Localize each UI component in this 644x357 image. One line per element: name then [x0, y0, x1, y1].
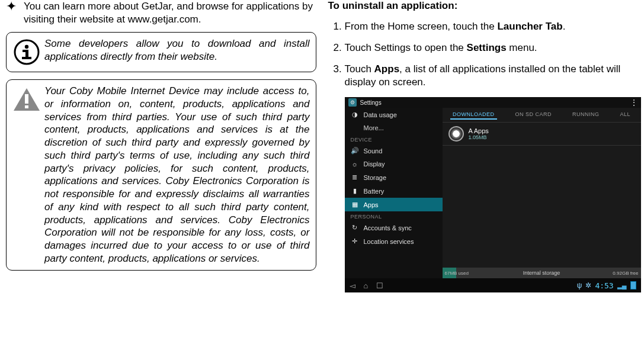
- sidebar-label: Location services: [364, 238, 414, 245]
- warning-box: Your Coby Mobile Internet Device may inc…: [6, 79, 316, 271]
- sidebar-item-data-usage[interactable]: ◑ Data usage: [345, 108, 443, 121]
- data-usage-icon: ◑: [351, 111, 359, 118]
- app-name: A Apps: [469, 128, 489, 134]
- section-heading: To uninstall an application:: [328, 0, 639, 12]
- sound-icon: 🔊: [351, 147, 359, 155]
- bullet-glyph: ✦: [6, 0, 24, 26]
- sidebar-section-personal: PERSONAL: [345, 211, 443, 221]
- sidebar-item-storage[interactable]: ≣ Storage: [345, 171, 443, 184]
- battery-icon: ▮: [351, 187, 359, 195]
- display-icon: ☼: [351, 160, 359, 168]
- sidebar-item-accounts[interactable]: ↻ Accounts & sync: [345, 221, 443, 234]
- sidebar-label: Sound: [364, 147, 383, 155]
- storage-used: 67MB used: [445, 271, 469, 276]
- bullet-text: You can learn more about GetJar, and bro…: [24, 0, 316, 26]
- sidebar-label: Data usage: [364, 111, 397, 118]
- sidebar-item-sound[interactable]: 🔊 Sound: [345, 144, 443, 157]
- sidebar-item-location[interactable]: ✛ Location services: [345, 234, 443, 248]
- storage-free: 0.92GB free: [613, 271, 638, 276]
- tab-downloaded[interactable]: DOWNLOADED: [450, 110, 497, 120]
- storage-bar: 67MB used Internal storage 0.92GB free: [443, 268, 641, 278]
- battery-status-icon: [630, 281, 636, 290]
- location-icon: ✛: [351, 237, 359, 245]
- settings-sidebar: ◑ Data usage More... DEVICE 🔊 Sound ☼ Di…: [345, 108, 443, 278]
- sidebar-label: Battery: [364, 188, 385, 195]
- app-size: 1.05MB: [469, 134, 489, 140]
- step-1-post: .: [563, 21, 566, 32]
- overflow-menu-icon[interactable]: ⋮: [630, 99, 637, 105]
- sidebar-label: Accounts & sync: [364, 224, 412, 231]
- step-1: From the Home screen, touch the Launcher…: [345, 20, 639, 33]
- debug-icon: ✲: [585, 281, 591, 290]
- svg-rect-4: [22, 57, 31, 59]
- sidebar-item-more[interactable]: More...: [345, 121, 443, 134]
- svg-rect-7: [25, 105, 28, 108]
- steps-list: From the Home screen, touch the Launcher…: [328, 20, 639, 89]
- sidebar-item-apps[interactable]: ▦ Apps: [345, 198, 443, 211]
- step-3-bold: Apps: [374, 63, 400, 75]
- step-2-pre: Touch Settings to open the: [345, 42, 467, 53]
- note-text: Some developers allow you to download an…: [44, 37, 310, 63]
- wifi-icon: ▂▄: [617, 282, 627, 290]
- window-title: Settings: [360, 99, 382, 106]
- tab-running[interactable]: RUNNING: [570, 110, 602, 120]
- sidebar-item-display[interactable]: ☼ Display: [345, 157, 443, 171]
- step-3: Touch Apps, a list of all applications i…: [345, 63, 639, 89]
- recent-icon[interactable]: ☐: [376, 281, 383, 290]
- step-3-pre: Touch: [345, 63, 374, 75]
- svg-point-1: [25, 45, 28, 49]
- step-2-bold: Settings: [467, 42, 507, 53]
- step-2-post: menu.: [507, 42, 537, 53]
- warning-icon: [9, 85, 44, 117]
- system-nav-bar: ◅ ⌂ ☐ ψ ✲ 4:53 ▂▄: [345, 278, 641, 292]
- warning-text: Your Coby Mobile Internet Device may inc…: [44, 85, 310, 265]
- storage-icon: ≣: [351, 173, 359, 181]
- app-list-item[interactable]: A Apps 1.05MB: [443, 123, 641, 146]
- sidebar-label: Apps: [364, 201, 379, 208]
- home-icon[interactable]: ⌂: [364, 281, 369, 290]
- svg-rect-6: [25, 94, 28, 104]
- usb-icon: ψ: [577, 281, 582, 290]
- svg-rect-3: [25, 50, 28, 58]
- sidebar-section-device: DEVICE: [345, 134, 443, 144]
- sidebar-label: Display: [364, 160, 385, 168]
- sidebar-label: Storage: [364, 174, 387, 181]
- tab-on-sd-card[interactable]: ON SD CARD: [512, 110, 554, 120]
- back-icon[interactable]: ◅: [350, 281, 355, 290]
- app-icon: [448, 126, 464, 141]
- step-1-bold: Launcher Tab: [497, 21, 562, 32]
- apps-tabs: DOWNLOADED ON SD CARD RUNNING ALL: [443, 108, 641, 123]
- note-box: Some developers allow you to download an…: [6, 32, 316, 72]
- storage-label: Internal storage: [523, 270, 560, 276]
- tab-all[interactable]: ALL: [617, 110, 633, 120]
- sidebar-item-battery[interactable]: ▮ Battery: [345, 184, 443, 198]
- screenshot-topbar: ⚙ Settings ⋮: [345, 97, 641, 108]
- step-1-pre: From the Home screen, touch the: [345, 21, 498, 32]
- apps-panel: DOWNLOADED ON SD CARD RUNNING ALL A Apps…: [443, 108, 641, 278]
- info-icon: [9, 37, 44, 67]
- step-2: Touch Settings to open the Settings menu…: [345, 41, 639, 54]
- tablet-screenshot: ⚙ Settings ⋮ ◑ Data usage More... DEVICE…: [345, 97, 641, 292]
- sync-icon: ↻: [351, 224, 359, 231]
- apps-icon: ▦: [351, 201, 359, 208]
- clock: 4:53: [595, 281, 613, 290]
- settings-tile-icon: ⚙: [348, 98, 357, 107]
